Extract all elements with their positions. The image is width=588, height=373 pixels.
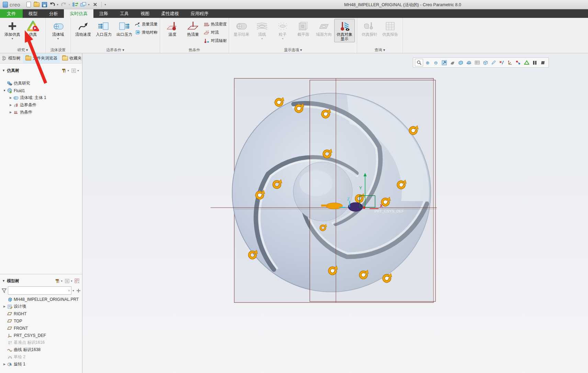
group-label-fluid-setup[interactable]: 流体设置 bbox=[46, 47, 70, 53]
sim-probe-button[interactable]: 仿真探针 bbox=[359, 19, 380, 38]
model-tree-settings-dropdown[interactable]: ▼ bbox=[70, 280, 73, 282]
open-file-button[interactable] bbox=[33, 1, 40, 8]
annotation-display-button[interactable] bbox=[490, 59, 497, 66]
model-tree-tools-icon[interactable] bbox=[55, 278, 60, 284]
model-tree-collapse[interactable]: ▼ bbox=[2, 279, 5, 283]
fluid-domain-button[interactable]: 流体域 ▼ bbox=[48, 19, 68, 41]
tree-item-curve[interactable]: 曲线 标识1638 bbox=[0, 346, 82, 353]
axis-display-button[interactable] bbox=[506, 59, 514, 66]
tree-item-boundary-conditions[interactable]: ▶ 边界条件 bbox=[0, 101, 82, 109]
model-tree-filter-input[interactable] bbox=[8, 287, 71, 294]
model-tree-tools-dropdown[interactable]: ▼ bbox=[60, 280, 63, 282]
tab-model[interactable]: 模型 bbox=[23, 9, 43, 18]
windows-dropdown[interactable]: ▼ bbox=[88, 3, 90, 6]
group-label-display[interactable]: 显示选项 ▾ bbox=[229, 47, 357, 53]
heat-flow-button[interactable]: 热流量 bbox=[183, 19, 203, 38]
show-results-button[interactable]: 显示结果 bbox=[231, 19, 252, 38]
model-tree-settings-icon[interactable] bbox=[65, 278, 70, 284]
customize-toolbar-dropdown[interactable]: ▼ bbox=[104, 3, 106, 6]
tree-settings-dropdown[interactable]: ▼ bbox=[77, 69, 79, 72]
tree-item-top-plane[interactable]: TOP bbox=[0, 317, 82, 325]
flow-velocity-button[interactable]: 流动速度 bbox=[73, 19, 93, 38]
repaint-button[interactable] bbox=[449, 59, 456, 66]
tab-flexible-modeling[interactable]: 柔性建模 bbox=[155, 9, 185, 18]
heat-flux-button[interactable]: 热流密度 bbox=[203, 20, 227, 28]
design-items-icon bbox=[8, 304, 12, 309]
convection-radiation-button[interactable]: 对流辐射 bbox=[203, 37, 227, 44]
redo-button[interactable] bbox=[60, 1, 67, 8]
group-label-query[interactable]: 查询 ▾ bbox=[357, 47, 403, 53]
pause-button[interactable] bbox=[531, 59, 539, 66]
tab-folder-browser[interactable]: 文件夹浏览器 bbox=[23, 53, 60, 63]
tab-file[interactable]: 文件 bbox=[0, 9, 23, 18]
tab-favorites[interactable]: 收藏夹 bbox=[60, 53, 84, 63]
tree-item-fluid-domain[interactable]: ▶ 流体域: 主体 1 bbox=[0, 94, 82, 101]
tree-tools-dropdown[interactable]: ▼ bbox=[67, 69, 69, 72]
filter-clear-icon[interactable]: × bbox=[68, 288, 70, 293]
tree-item-fluid1[interactable]: ▼ Fluid1 bbox=[0, 87, 82, 94]
close-window-button[interactable] bbox=[92, 1, 99, 8]
tab-applications[interactable]: 应用程序 bbox=[185, 9, 214, 18]
zoom-in-button[interactable]: ⊕ bbox=[424, 59, 431, 66]
tree-item-right-plane[interactable]: RIGHT bbox=[0, 310, 82, 317]
sim-tree-collapse[interactable]: ▼ bbox=[2, 69, 5, 72]
windows-button[interactable] bbox=[80, 1, 87, 8]
undo-dropdown[interactable]: ▼ bbox=[56, 3, 59, 6]
shaded-view-button[interactable] bbox=[457, 59, 464, 66]
save-button[interactable] bbox=[41, 1, 48, 8]
add-simulation-button[interactable]: 添加仿真 ▼ bbox=[2, 19, 23, 41]
domain-direction-button[interactable]: 域面方向 bbox=[314, 19, 334, 38]
tree-item-front-plane[interactable]: FRONT bbox=[0, 325, 82, 332]
appearance-button[interactable] bbox=[465, 59, 473, 66]
inlet-pressure-button[interactable]: 入口压力 bbox=[93, 19, 114, 38]
redo-dropdown[interactable]: ▼ bbox=[68, 3, 70, 6]
tree-item-design-items[interactable]: ▶ 设计项 bbox=[0, 303, 82, 310]
datum-display-toggle[interactable] bbox=[498, 59, 506, 66]
tab-tools[interactable]: 工具 bbox=[114, 9, 135, 18]
regenerate-button[interactable] bbox=[72, 1, 79, 8]
group-label-boundary[interactable]: 边界条件 ▾ bbox=[71, 47, 160, 53]
undo-button[interactable] bbox=[49, 1, 56, 8]
tab-model-tree[interactable]: 模型树 bbox=[0, 53, 23, 63]
tree-item-thermal-conditions[interactable]: ▶ 热条件 bbox=[0, 109, 82, 116]
tree-item-csys[interactable]: PRT_CSYS_DEF bbox=[0, 332, 82, 339]
sim-indicator-button[interactable] bbox=[523, 59, 530, 66]
zoom-region-button[interactable] bbox=[415, 59, 423, 66]
stop-button[interactable] bbox=[539, 59, 547, 66]
tree-item-revolve[interactable]: ▶ 旋转 1 bbox=[0, 361, 82, 368]
temperature-button[interactable]: 温度 bbox=[162, 19, 183, 38]
tab-view[interactable]: 视图 bbox=[135, 9, 155, 18]
refit-button[interactable] bbox=[440, 59, 448, 66]
filter-add-icon[interactable] bbox=[76, 288, 81, 293]
section-plane-button[interactable]: 截平面 bbox=[293, 19, 314, 38]
tab-live-simulation[interactable]: 实时仿真 bbox=[64, 9, 93, 18]
slip-symmetry-button[interactable]: 滑动对称 bbox=[135, 29, 158, 36]
graphics-viewport[interactable]: Z Y X PRT_CSYS_DEF ⊕ ⊖ bbox=[82, 53, 588, 373]
sim-triangle-icon bbox=[524, 60, 529, 65]
group-label-study[interactable]: 研究 ▾ bbox=[0, 47, 45, 53]
model-tree-grid-icon[interactable] bbox=[75, 278, 80, 284]
saved-orientations-button[interactable] bbox=[482, 59, 489, 66]
zoom-out-button[interactable]: ⊖ bbox=[432, 59, 440, 66]
filter-dropdown[interactable]: ▼ bbox=[72, 289, 75, 292]
tree-item-part-root[interactable]: MH48_IMPELLER_ORIGINAL.PRT bbox=[0, 296, 82, 303]
new-file-button[interactable] bbox=[25, 1, 32, 8]
tree-item-sketch[interactable]: 草绘 2 bbox=[0, 353, 82, 361]
convection-button[interactable]: 2 对流 bbox=[203, 29, 227, 36]
tree-item-sim-study[interactable]: 仿真研究 bbox=[0, 80, 82, 87]
tab-analysis[interactable]: 分析 bbox=[43, 9, 64, 18]
mass-flow-button[interactable]: 质量流量 bbox=[135, 20, 158, 28]
tree-tools-icon[interactable] bbox=[61, 68, 66, 73]
tree-settings-icon[interactable] bbox=[71, 68, 76, 73]
simulate-button[interactable]: 仿真 bbox=[23, 19, 43, 38]
particles-button[interactable]: 粒子 ▼ bbox=[272, 19, 293, 41]
sim-report-button[interactable]: 仿真报告 bbox=[380, 19, 400, 38]
tab-annotate[interactable]: 注释 bbox=[93, 9, 114, 18]
tree-item-datum-points[interactable]: 基准点 标识1616 bbox=[0, 339, 82, 346]
sim-display-toggle[interactable] bbox=[514, 59, 522, 66]
sim-objects-display-button[interactable]: 仿真对象 显示 bbox=[334, 19, 355, 42]
group-label-thermal[interactable]: 热条件 bbox=[160, 47, 229, 53]
display-style-button[interactable] bbox=[473, 59, 481, 66]
outlet-pressure-button[interactable]: 出口压力 bbox=[114, 19, 135, 38]
streamlines-button[interactable]: 流线 ▼ bbox=[252, 19, 272, 41]
